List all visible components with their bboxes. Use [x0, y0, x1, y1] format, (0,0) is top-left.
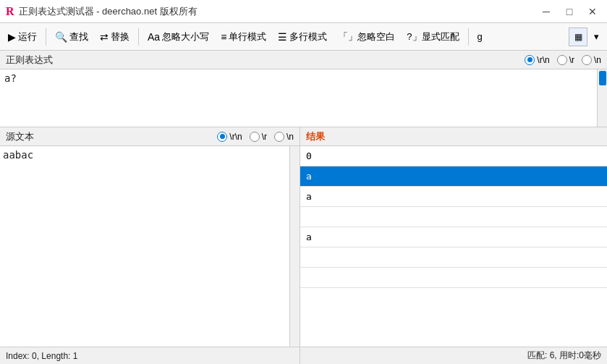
regex-input[interactable]: a? [0, 69, 607, 127]
regex-scrollbar[interactable] [597, 69, 607, 127]
regex-label: 正则表达式 [6, 54, 53, 67]
result-item[interactable]: a [300, 187, 607, 207]
multi-line-button[interactable]: ☰ 多行模式 [273, 27, 332, 46]
single-line-icon: ≡ [221, 31, 226, 43]
regex-scroll-thumb [599, 71, 606, 85]
replace-label: 替换 [111, 30, 130, 43]
title-controls: ─ □ ✕ [538, 3, 601, 20]
regex-radio-r-dot [557, 55, 567, 65]
single-line-label: 单行模式 [229, 30, 266, 43]
bottom-section: 源文本 \r\n \r \n aabac Index: 0, [0, 127, 607, 364]
results-list: 0aaa [300, 146, 607, 347]
regex-radio-rn-dot [525, 55, 535, 65]
app-logo: R [6, 5, 14, 18]
regex-label-row: 正则表达式 \r\n \r \n [0, 51, 607, 69]
ignore-case-button[interactable]: Aa 忽略大小写 [143, 27, 214, 46]
regex-radio-group: \r\n \r \n [525, 55, 601, 65]
regex-radio-n[interactable]: \n [582, 55, 601, 65]
result-item[interactable] [300, 268, 607, 288]
grid-button[interactable]: ▦ [569, 27, 587, 46]
g-label: g [477, 31, 483, 42]
source-radio-n[interactable]: \n [274, 132, 294, 142]
run-button[interactable]: ▶ 运行 [3, 27, 42, 46]
minimize-button[interactable]: ─ [538, 3, 555, 20]
ignore-space-label: 「」忽略空白 [339, 30, 395, 43]
ignore-case-label: 忽略大小写 [162, 30, 209, 43]
regex-radio-n-dot [582, 55, 592, 65]
regex-radio-r-label: \r [569, 55, 574, 65]
source-textarea-wrap: aabac [0, 146, 300, 347]
g-button[interactable]: g [472, 28, 488, 45]
find-label: 查找 [69, 30, 88, 43]
source-label: 源文本 [6, 130, 34, 143]
source-radio-rn[interactable]: \r\n [217, 132, 242, 142]
results-panel: 结果 0aaa 匹配: 6, 用时:0毫秒 [300, 127, 607, 364]
source-radio-rn-dot [217, 132, 227, 142]
find-button[interactable]: 🔍 查找 [50, 27, 93, 46]
title-bar: R 正则表达式测试器 - deerchao.net 版权所有 ─ □ ✕ [0, 0, 607, 23]
aa-icon: Aa [148, 31, 160, 43]
toolbar: ▶ 运行 🔍 查找 ⇄ 替换 Aa 忽略大小写 ≡ 单行模式 ☰ 多行模式 「」… [0, 23, 607, 51]
source-header: 源文本 \r\n \r \n [0, 127, 300, 146]
multi-line-label: 多行模式 [289, 30, 327, 43]
results-status: 匹配: 6, 用时:0毫秒 [300, 347, 607, 364]
regex-radio-rn[interactable]: \r\n [525, 55, 549, 65]
search-icon: 🔍 [55, 31, 67, 43]
title-bar-left: R 正则表达式测试器 - deerchao.net 版权所有 [6, 5, 198, 18]
toolbar-separator-2 [138, 28, 139, 46]
result-item[interactable]: 0 [300, 146, 607, 166]
result-item[interactable] [300, 207, 607, 227]
source-status-text: Index: 0, Length: 1 [6, 351, 77, 361]
regex-radio-rn-label: \r\n [537, 55, 549, 65]
source-radio-group: \r\n \r \n [217, 132, 294, 142]
toolbar-end: ▦ ▾ [569, 27, 604, 46]
run-label: 运行 [18, 30, 37, 43]
toolbar-separator-1 [46, 28, 46, 46]
results-status-text: 匹配: 6, 用时:0毫秒 [527, 350, 601, 362]
result-item[interactable] [300, 247, 607, 268]
source-radio-r-label: \r [262, 132, 267, 142]
regex-area: a? [0, 69, 607, 127]
results-label: 结果 [306, 130, 325, 143]
result-item[interactable]: a [300, 166, 607, 187]
replace-button[interactable]: ⇄ 替换 [95, 27, 135, 46]
replace-icon: ⇄ [100, 31, 109, 43]
explicit-match-button[interactable]: ?」显式匹配 [402, 27, 464, 46]
source-input[interactable]: aabac [0, 146, 300, 347]
source-radio-r[interactable]: \r [250, 132, 267, 142]
source-radio-r-dot [250, 132, 260, 142]
toolbar-separator-3 [468, 28, 469, 46]
toolbar-expand-button[interactable]: ▾ [589, 28, 604, 45]
run-icon: ▶ [8, 31, 16, 43]
app-title: 正则表达式测试器 - deerchao.net 版权所有 [19, 5, 198, 18]
single-line-button[interactable]: ≡ 单行模式 [216, 27, 271, 46]
result-item[interactable]: a [300, 227, 607, 247]
ignore-space-button[interactable]: 「」忽略空白 [334, 27, 400, 46]
results-header: 结果 [300, 127, 607, 146]
multi-line-icon: ☰ [278, 31, 287, 43]
source-status: Index: 0, Length: 1 [0, 347, 300, 364]
source-radio-rn-label: \r\n [229, 132, 242, 142]
source-scrollbar[interactable] [289, 146, 300, 347]
source-radio-n-label: \n [286, 132, 294, 142]
explicit-match-label: ?」显式匹配 [407, 30, 459, 43]
source-panel: 源文本 \r\n \r \n aabac Index: 0, [0, 127, 300, 364]
close-button[interactable]: ✕ [584, 3, 601, 20]
regex-radio-r[interactable]: \r [557, 55, 574, 65]
regex-radio-n-label: \n [594, 55, 601, 65]
maximize-button[interactable]: □ [561, 3, 578, 20]
source-radio-n-dot [274, 132, 284, 142]
